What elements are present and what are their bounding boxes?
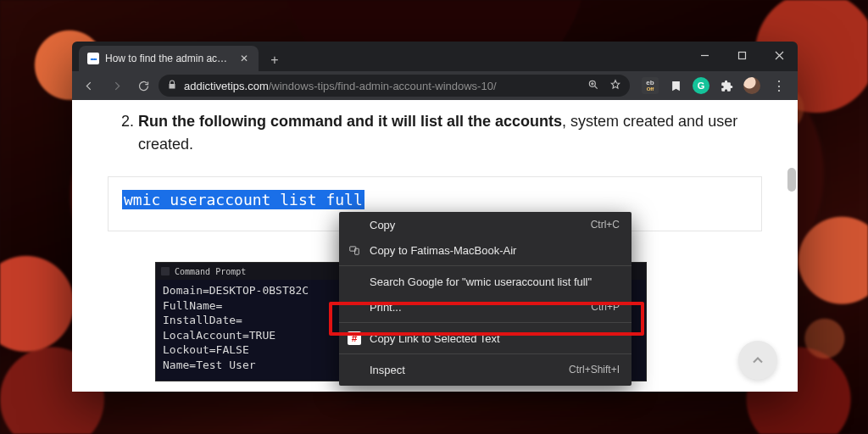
bookmark-star-icon[interactable]	[609, 79, 621, 93]
url-text: addictivetips.com/windows-tips/find-admi…	[184, 80, 497, 92]
context-menu: Copy Ctrl+C Copy to Fatimas-MacBook-Air …	[339, 212, 632, 386]
context-search-google[interactable]: Search Google for "wmic useraccount list…	[339, 269, 632, 294]
maximize-button[interactable]	[723, 42, 760, 70]
instruction-bold: Run the following command and it will li…	[138, 113, 562, 130]
extensions-button[interactable]	[718, 77, 735, 94]
extension-ebay[interactable]: ebOff	[642, 77, 659, 94]
tab-strip: •••• How to find the admin account o ✕ +	[72, 42, 798, 71]
shortcut-label: Ctrl+Shift+I	[569, 364, 620, 376]
hash-icon: #	[348, 331, 361, 345]
context-separator	[339, 353, 632, 354]
context-copy-to-device[interactable]: Copy to Fatimas-MacBook-Air	[339, 237, 632, 263]
scrollbar-track[interactable]	[786, 100, 798, 392]
context-separator	[339, 322, 632, 323]
svg-rect-0	[738, 53, 745, 59]
selected-code-text[interactable]: wmic useraccount list full	[122, 190, 364, 209]
close-tab-icon[interactable]: ✕	[238, 53, 250, 64]
devices-icon	[348, 243, 361, 257]
back-button[interactable]	[77, 74, 101, 97]
extension-tag[interactable]	[667, 77, 684, 94]
context-copy[interactable]: Copy Ctrl+C	[339, 212, 632, 237]
extensions-area: ebOff G ⋮	[633, 77, 793, 94]
minimize-button[interactable]	[686, 42, 723, 70]
context-inspect[interactable]: Inspect Ctrl+Shift+I	[339, 357, 632, 382]
shortcut-label: Ctrl+C	[591, 219, 620, 231]
instruction-step: Run the following command and it will li…	[138, 110, 762, 156]
browser-toolbar: addictivetips.com/windows-tips/find-admi…	[72, 71, 798, 100]
new-tab-button[interactable]: +	[264, 49, 286, 71]
lock-icon	[167, 80, 177, 92]
svg-rect-3	[355, 248, 359, 254]
zoom-icon[interactable]	[587, 79, 599, 93]
context-separator	[339, 265, 632, 266]
cmd-icon	[161, 267, 170, 275]
scroll-to-top-button[interactable]	[738, 341, 777, 380]
shortcut-label: Ctrl+P	[591, 301, 620, 313]
extension-grammarly[interactable]: G	[693, 77, 709, 94]
reload-button[interactable]	[131, 74, 155, 97]
profile-avatar[interactable]	[743, 77, 760, 94]
favicon: ••••	[87, 53, 99, 64]
cmd-title: Command Prompt	[175, 267, 246, 276]
browser-tab[interactable]: •••• How to find the admin account o ✕	[79, 46, 259, 71]
scrollbar-thumb[interactable]	[787, 168, 796, 192]
address-bar[interactable]: addictivetips.com/windows-tips/find-admi…	[159, 75, 630, 97]
forward-button[interactable]	[104, 74, 128, 97]
context-copy-link-to-selected[interactable]: # Copy Link to Selected Text	[339, 326, 632, 351]
chrome-menu-button[interactable]: ⋮	[769, 78, 789, 94]
context-print[interactable]: Print... Ctrl+P	[339, 294, 632, 320]
tab-title: How to find the admin account o	[105, 53, 232, 64]
close-window-button[interactable]	[760, 42, 798, 70]
window-controls	[686, 42, 798, 70]
